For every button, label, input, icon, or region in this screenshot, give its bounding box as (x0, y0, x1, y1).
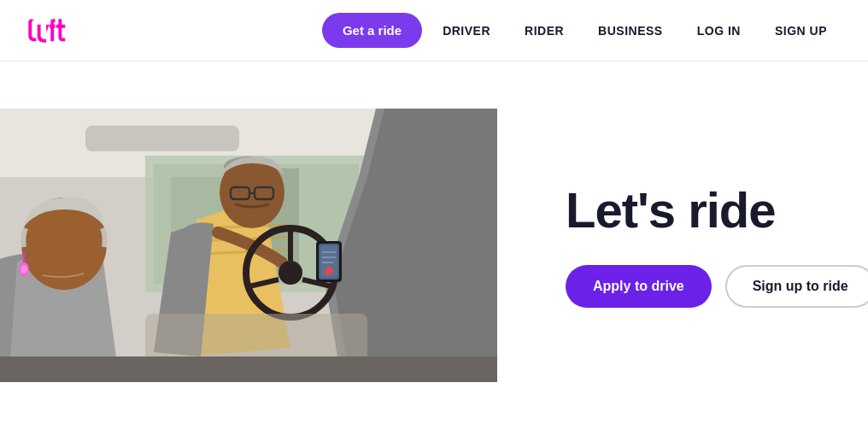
sign-up-to-ride-button[interactable]: Sign up to ride (725, 265, 868, 308)
hero-title: Let's ride (566, 183, 868, 238)
nav-rider-link[interactable]: RIDER (511, 14, 578, 48)
hero-content: Let's ride Apply to drive Sign up to rid… (497, 183, 868, 308)
navbar: Get a ride DRIVER RIDER BUSINESS LOG IN … (0, 0, 868, 62)
hero-section: Let's ride Apply to drive Sign up to rid… (0, 62, 868, 429)
hero-buttons: Apply to drive Sign up to ride (566, 265, 868, 308)
svg-rect-31 (0, 356, 497, 382)
svg-point-25 (325, 267, 333, 275)
svg-point-29 (21, 265, 27, 274)
hero-car-image (0, 109, 497, 382)
nav-signup-link[interactable]: SIGN UP (761, 14, 841, 48)
nav-driver-link[interactable]: DRIVER (429, 14, 504, 48)
get-a-ride-button[interactable]: Get a ride (322, 13, 422, 48)
svg-point-15 (279, 261, 302, 285)
nav-business-link[interactable]: BUSINESS (584, 14, 677, 48)
logo[interactable] (27, 15, 72, 46)
lyft-logo-icon (27, 15, 72, 46)
hero-image (0, 109, 497, 382)
apply-to-drive-button[interactable]: Apply to drive (566, 265, 712, 308)
svg-rect-2 (85, 126, 239, 151)
nav-login-link[interactable]: LOG IN (683, 14, 754, 48)
nav-right: Get a ride DRIVER RIDER BUSINESS LOG IN … (322, 13, 841, 48)
